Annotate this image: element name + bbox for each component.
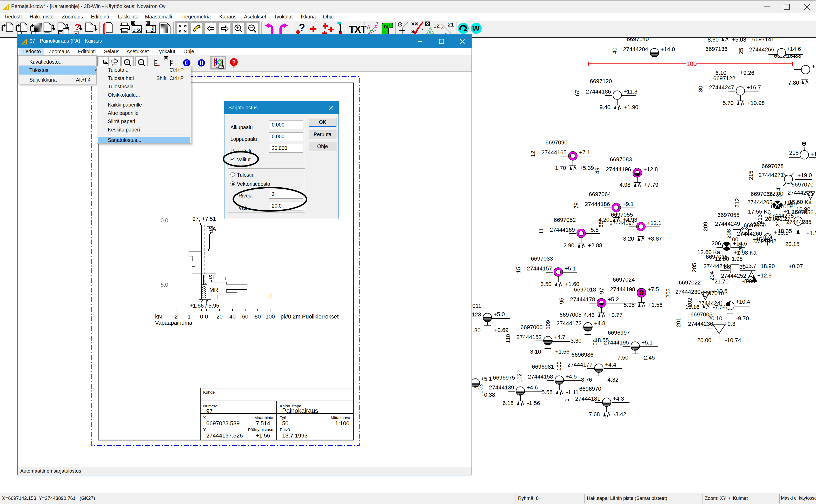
svg-text:+5.1: +5.1 (565, 265, 576, 272)
svg-text:4.43: 4.43 (584, 312, 595, 318)
svg-text:+10.4: +10.4 (736, 299, 750, 305)
svg-text:68: 68 (598, 221, 604, 228)
svg-text:7.68: 7.68 (589, 411, 600, 417)
svg-text:Kohde: Kohde (203, 390, 215, 394)
svg-text:+4.6: +4.6 (527, 384, 538, 391)
svg-text:+0.77: +0.77 (608, 312, 622, 318)
svg-text:27444172: 27444172 (556, 320, 582, 327)
svg-text:+1.98: +1.98 (728, 256, 742, 262)
svg-text:Painokairaus: Painokairaus (282, 407, 318, 414)
svg-text:Työ: Työ (280, 415, 286, 420)
svg-text:6697055: 6697055 (611, 211, 633, 218)
svg-text:+4.5: +4.5 (566, 373, 577, 380)
svg-text:+5.1: +5.1 (641, 339, 653, 346)
svg-text:27444186: 27444186 (586, 88, 611, 95)
svg-text:6697120: 6697120 (590, 78, 612, 84)
svg-text:6697070: 6697070 (792, 181, 814, 188)
svg-text:27444139: 27444139 (489, 384, 514, 391)
svg-text:0.0: 0.0 (161, 217, 168, 224)
svg-text:?: ? (75, 22, 80, 32)
svg-text:6697090: 6697090 (546, 139, 568, 146)
svg-text:+1.56: +1.56 (648, 302, 662, 308)
svg-text:Y: Y (203, 427, 206, 432)
svg-text:+9.1: +9.1 (622, 201, 634, 207)
svg-text:21: 21 (448, 21, 454, 28)
svg-text:27444186: 27444186 (585, 201, 610, 207)
svg-text:+0.69: +0.69 (494, 327, 508, 333)
svg-text:+7.1: +7.1 (579, 149, 590, 156)
svg-text:A: A (367, 24, 370, 30)
svg-text:+14.6: +14.6 (787, 46, 801, 52)
svg-text:-7.64: -7.64 (713, 304, 726, 310)
svg-text:201: 201 (675, 318, 682, 327)
svg-text:12: 12 (433, 22, 440, 29)
svg-text:6697078: 6697078 (762, 163, 784, 169)
svg-text:+9.26: +9.26 (740, 70, 754, 76)
svg-text:211: 211 (775, 218, 781, 227)
svg-text:-9.70: -9.70 (736, 315, 749, 322)
svg-text:kN: kN (155, 314, 162, 320)
svg-text:67: 67 (574, 90, 581, 96)
svg-text:21.70: 21.70 (714, 278, 729, 285)
svg-text:27444265: 27444265 (747, 199, 773, 205)
svg-text:L: L (270, 293, 273, 300)
svg-text:5.95: 5.95 (624, 302, 635, 308)
svg-text:+1.56: +1.56 (555, 348, 569, 355)
svg-text:+1: +1 (812, 63, 816, 69)
svg-text:30: 30 (697, 86, 704, 92)
svg-text:7.514: 7.514 (256, 420, 270, 427)
svg-text:Maanpinta: Maanpinta (255, 415, 274, 420)
svg-text:+5.2: +5.2 (608, 296, 619, 303)
svg-text:4.98: 4.98 (620, 182, 631, 188)
svg-text:27444271: 27444271 (759, 172, 784, 178)
svg-text:27444165: 27444165 (541, 149, 567, 156)
svg-text:40: 40 (229, 314, 236, 320)
svg-text:8.76: 8.76 (581, 376, 592, 383)
svg-text:6697005: 6697005 (560, 311, 582, 318)
svg-text:205: 205 (691, 263, 698, 272)
svg-text:pk/0.2m Puolikierrokset: pk/0.2m Puolikierrokset (281, 314, 339, 320)
svg-text:Päättymistaso: Päättymistaso (248, 427, 273, 432)
svg-text:MR: MR (209, 287, 218, 293)
svg-text:27444197.526: 27444197.526 (206, 432, 243, 439)
svg-text:12.80: 12.80 (715, 256, 729, 262)
svg-text:+18.1: +18.1 (774, 229, 788, 236)
svg-text:17.55 Ka: 17.55 Ka (748, 208, 771, 215)
svg-text:214: 214 (775, 188, 782, 197)
svg-text:27444230: 27444230 (675, 289, 701, 295)
svg-text:27444198: 27444198 (610, 286, 635, 293)
svg-text:1: 1 (188, 314, 191, 320)
svg-text:203: 203 (665, 288, 672, 298)
svg-text:102: 102 (516, 373, 523, 383)
svg-text:1:100: 1:100 (335, 420, 349, 427)
svg-text:m²: m² (384, 24, 390, 29)
svg-text:27444169: 27444169 (550, 227, 575, 233)
svg-text:6697055: 6697055 (718, 212, 740, 218)
svg-text:α: α (375, 23, 378, 29)
svg-text:97: 97 (206, 408, 213, 414)
svg-text:0: 0 (200, 314, 203, 320)
svg-text:+4.4: +4.4 (605, 361, 616, 368)
svg-text:+14.6: +14.6 (733, 240, 747, 247)
svg-text:-2.45: -2.45 (642, 354, 655, 361)
svg-text:××: ×× (411, 20, 418, 27)
svg-text:-3.42: -3.42 (613, 411, 626, 417)
svg-text:6697136: 6697136 (706, 46, 728, 52)
svg-text:6697083: 6697083 (610, 156, 632, 163)
svg-text:-1.11: -1.11 (566, 389, 579, 395)
svg-text:18.16: 18.16 (685, 304, 700, 310)
svg-text:6696975: 6696975 (493, 374, 515, 381)
svg-text:SI: SI (209, 274, 214, 280)
svg-text:5.58: 5.58 (542, 389, 553, 395)
svg-text:+12.9: +12.9 (757, 272, 772, 279)
svg-text:6697024: 6697024 (613, 276, 635, 283)
svg-text:×: × (441, 25, 444, 31)
svg-text:40: 40 (611, 48, 618, 54)
svg-text:18.90: 18.90 (761, 263, 775, 269)
svg-text:3.10: 3.10 (530, 348, 541, 355)
svg-text:-1.56: -1.56 (527, 400, 540, 406)
svg-text:15: 15 (515, 267, 522, 273)
svg-text:1: 1 (563, 399, 570, 402)
svg-text:Päivä: Päivä (280, 427, 290, 432)
svg-text:209: 209 (702, 222, 709, 231)
